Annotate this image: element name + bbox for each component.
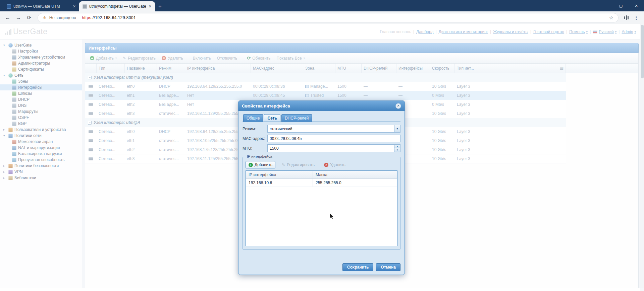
browser-navbar: ← → ⟳ ⚠ Не защищено https://192.168.64.1… bbox=[0, 11, 644, 24]
ip-cell: 192.168.10.6 bbox=[246, 179, 313, 187]
page-scrollbar-vertical[interactable] bbox=[640, 24, 644, 288]
tab-general[interactable]: Общие bbox=[243, 114, 263, 122]
form-row: MAC-адрес: bbox=[243, 135, 400, 142]
browser-tabs: utm@A — UserGate UTM✕utm@comintspetal — … bbox=[3, 1, 155, 11]
extension-icon[interactable] bbox=[622, 13, 631, 22]
tab-close-icon[interactable]: ✕ bbox=[149, 4, 152, 9]
maximize-button[interactable]: ▢ bbox=[613, 0, 629, 11]
minimize-button[interactable]: ─ bbox=[598, 0, 613, 11]
fieldset-legend: IP интерфейса bbox=[246, 154, 274, 158]
close-button[interactable]: ✕ bbox=[629, 0, 644, 11]
add-icon: + bbox=[249, 163, 253, 167]
ip-grid-body: 192.168.10.6255.255.255.0 bbox=[246, 179, 397, 187]
tab-dhcp-relay[interactable]: DHCP-релей bbox=[281, 114, 312, 122]
field-label: Режим: bbox=[243, 127, 267, 131]
browser-tab[interactable]: utm@A — UserGate UTM✕ bbox=[3, 1, 79, 11]
spin-up-icon[interactable]: ▲ bbox=[394, 145, 400, 148]
fieldset-button-label: Добавить bbox=[255, 162, 272, 167]
dialog-header[interactable]: Свойства интерфейса ✕ bbox=[238, 101, 405, 111]
mac-field[interactable] bbox=[267, 135, 400, 142]
tab-network[interactable]: Сеть bbox=[264, 114, 280, 122]
ip-grid-column-header[interactable]: Маска bbox=[313, 171, 397, 178]
ip-grid-row[interactable]: 192.168.10.6255.255.255.0 bbox=[246, 179, 397, 187]
browser-tab-strip: utm@A — UserGate UTM✕utm@comintspetal — … bbox=[0, 0, 644, 11]
window-controls: ─ ▢ ✕ bbox=[598, 0, 644, 11]
url-text: https://192.168.64.129:8001 bbox=[82, 15, 136, 20]
security-label[interactable]: Не защищено bbox=[49, 15, 76, 20]
forward-button[interactable]: → bbox=[13, 13, 23, 23]
page-scrollbar-horizontal[interactable] bbox=[0, 288, 640, 291]
delete-icon: ✕ bbox=[324, 163, 328, 167]
scrollbar-thumb[interactable] bbox=[641, 25, 644, 78]
tab-favicon bbox=[7, 4, 11, 9]
reload-button[interactable]: ⟳ bbox=[24, 13, 34, 23]
mode-combo[interactable]: ▼ bbox=[267, 125, 400, 133]
browser-menu-icon[interactable]: ⋮ bbox=[631, 13, 641, 23]
field-label: MTU: bbox=[243, 146, 267, 151]
mac-field-input[interactable] bbox=[268, 135, 400, 142]
url-scheme: https bbox=[82, 15, 91, 20]
fieldset-toolbar: +Добавить✎Редактировать✕Удалить bbox=[246, 160, 397, 169]
fieldset-button-label: Редактировать bbox=[287, 162, 315, 167]
mask-cell: 255.255.255.0 bbox=[313, 179, 397, 187]
form-row: Режим:▼ bbox=[243, 125, 400, 133]
security-warning-icon: ⚠ bbox=[43, 15, 47, 20]
form-row: MTU:▲▼ bbox=[243, 144, 400, 152]
interface-properties-dialog: Свойства интерфейса ✕ ОбщиеСетьDHCP-реле… bbox=[238, 100, 405, 275]
dialog-close-icon[interactable]: ✕ bbox=[395, 103, 401, 109]
dialog-title: Свойства интерфейса bbox=[242, 103, 290, 108]
back-button[interactable]: ← bbox=[3, 13, 13, 23]
ip-edit-button[interactable]: ✎Редактировать bbox=[279, 161, 318, 168]
omnibox-divider bbox=[79, 15, 79, 20]
spinner-buttons[interactable]: ▲▼ bbox=[394, 145, 400, 152]
tab-title: utm@A — UserGate UTM bbox=[13, 4, 70, 9]
ip-fieldset: IP интерфейса +Добавить✎Редактировать✕Уд… bbox=[243, 157, 400, 250]
dialog-tabs: ОбщиеСетьDHCP-релей bbox=[243, 114, 400, 122]
ip-grid-column-header[interactable]: IP интерфейса bbox=[246, 171, 313, 178]
fieldset-button-label: Удалить bbox=[330, 162, 345, 167]
tab-title: utm@comintspetal — UserGate bbox=[89, 4, 146, 9]
tab-favicon bbox=[83, 4, 87, 9]
ip-grid: IP интерфейсаМаска 192.168.10.6255.255.2… bbox=[246, 170, 397, 246]
url-rest: ://192.168.64.129:8001 bbox=[91, 15, 136, 20]
ip-add-button[interactable]: +Добавить bbox=[246, 161, 275, 168]
combo-trigger-icon[interactable]: ▼ bbox=[394, 125, 400, 132]
mouse-cursor bbox=[329, 213, 335, 220]
mode-combo-input[interactable] bbox=[268, 125, 400, 132]
tab-close-icon[interactable]: ✕ bbox=[73, 4, 76, 9]
new-tab-button[interactable]: + bbox=[155, 1, 165, 11]
cancel-button[interactable]: Отмена bbox=[376, 263, 400, 271]
dialog-body: ОбщиеСетьDHCP-релей Режим:▼MAC-адрес:MTU… bbox=[238, 111, 405, 260]
ip-grid-header: IP интерфейсаМаска bbox=[246, 171, 397, 179]
mtu-stepper-input[interactable] bbox=[268, 145, 400, 152]
spin-down-icon[interactable]: ▼ bbox=[394, 148, 400, 152]
dialog-footer: СохранитьОтмена bbox=[238, 260, 405, 275]
bookmark-star-icon[interactable]: ☆ bbox=[609, 15, 613, 21]
field-label: MAC-адрес: bbox=[243, 136, 267, 141]
address-bar[interactable]: ⚠ Не защищено https://192.168.64.129:800… bbox=[38, 13, 619, 22]
dialog-form: Режим:▼MAC-адрес:MTU:▲▼ bbox=[243, 125, 400, 152]
save-button[interactable]: Сохранить bbox=[342, 263, 373, 271]
mtu-stepper[interactable]: ▲▼ bbox=[267, 144, 400, 152]
browser-tab[interactable]: utm@comintspetal — UserGate✕ bbox=[79, 1, 155, 11]
ip-delete-button[interactable]: ✕Удалить bbox=[321, 161, 348, 168]
edit-icon: ✎ bbox=[282, 162, 285, 167]
